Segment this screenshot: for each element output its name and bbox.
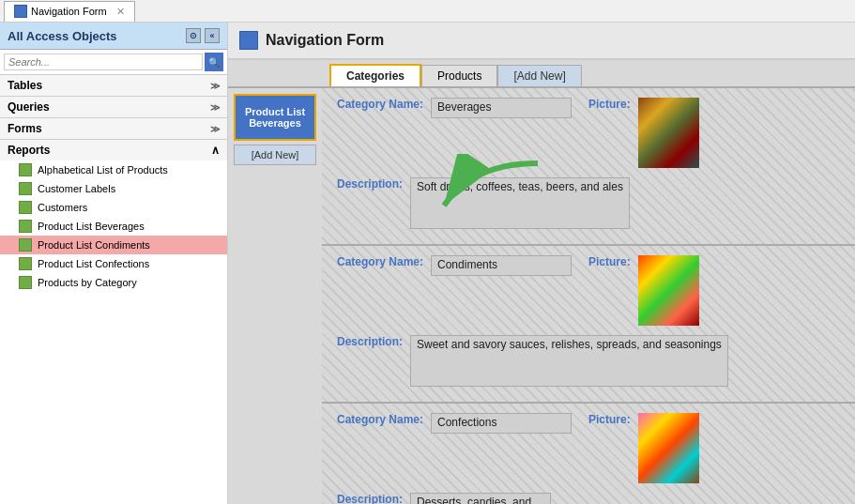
description-value-1: Soft drinks, coffees, teas, beers, and a…: [410, 177, 630, 229]
record-row-confections: Category Name: Confections Picture:: [322, 404, 855, 504]
report-icon-customers: [19, 201, 32, 214]
nav-form-icon: [239, 31, 258, 50]
category-name-value-1: Beverages: [431, 98, 572, 118]
nav-item-customer-labels-label: Customer Labels: [38, 183, 115, 194]
tables-section: Tables ≫: [0, 75, 227, 97]
report-icon-confections: [19, 257, 32, 270]
picture-label-1: Picture:: [588, 98, 631, 111]
record-field-description-2: Description: Sweet and savory sauces, re…: [337, 335, 840, 387]
report-icon-products-category: [19, 276, 32, 289]
reports-header[interactable]: Reports ∧: [0, 140, 227, 160]
picture-label-2: Picture:: [588, 255, 631, 268]
search-button[interactable]: 🔍: [205, 53, 223, 71]
reports-chevron: ∧: [211, 144, 220, 157]
description-label-3: Description:: [337, 493, 403, 504]
queries-section: Queries ≫: [0, 97, 227, 118]
forms-chevron: ≫: [210, 124, 220, 134]
right-panel: Navigation Form Categories Products [Add…: [228, 23, 855, 504]
category-name-label-2: Category Name:: [337, 255, 423, 268]
record-columns-confections: Category Name: Confections Picture:: [337, 413, 840, 504]
nav-item-customers-label: Customers: [38, 202, 87, 213]
nav-item-alphabetical-label: Alphabetical List of Products: [38, 164, 168, 176]
form-nav-panel: Product List Beverages [Add New]: [228, 88, 322, 504]
header-icons: ⊙ «: [186, 28, 220, 43]
picture-img-condiments: [638, 255, 699, 326]
nav-item-customers[interactable]: Customers: [0, 198, 227, 217]
search-toggle-icon[interactable]: ⊙: [186, 28, 201, 43]
queries-chevron: ≫: [210, 102, 220, 113]
title-tab-label: Navigation Form: [31, 6, 107, 17]
tables-label: Tables: [8, 79, 42, 92]
nav-item-product-list-beverages[interactable]: Product List Beverages: [0, 217, 227, 236]
picture-1: [638, 98, 699, 168]
picture-2: [638, 255, 699, 326]
nav-item-beverages-label: Product List Beverages: [38, 221, 145, 232]
record-field-category-name-1: Category Name: Beverages Picture:: [337, 98, 840, 168]
category-name-label-1: Category Name:: [337, 98, 423, 111]
form-nav-add-new[interactable]: [Add New]: [234, 145, 316, 165]
record-field-category-name-2: Category Name: Condiments Picture:: [337, 255, 840, 326]
workspace: Navigation Form Categories Products [Add…: [228, 23, 855, 504]
tab-close-icon[interactable]: ✕: [116, 6, 125, 18]
picture-label-3: Picture:: [588, 413, 631, 426]
search-bar: 🔍: [0, 50, 227, 75]
left-panel-header: All Access Objects ⊙ «: [0, 23, 227, 50]
record-row-condiments: Category Name: Condiments Picture:: [322, 246, 855, 404]
description-value-3: Desserts, candies, and: [410, 493, 551, 504]
nav-form-title: Navigation Form: [266, 32, 384, 49]
category-name-label-3: Category Name:: [337, 413, 423, 426]
forms-section: Forms ≫: [0, 118, 227, 140]
description-label-1: Description:: [337, 177, 403, 191]
title-bar: Navigation Form ✕: [0, 0, 855, 23]
tables-header[interactable]: Tables ≫: [0, 75, 227, 96]
report-icon-beverages: [19, 220, 32, 233]
record-columns-beverages: Category Name: Beverages Picture:: [337, 98, 840, 235]
queries-label: Queries: [8, 100, 50, 114]
tab-products[interactable]: Products: [421, 65, 497, 86]
tab-form-icon: [14, 5, 27, 18]
report-icon-alphabetical: [19, 163, 32, 176]
picture-3: [638, 413, 699, 483]
tab-add-new[interactable]: [Add New]: [497, 65, 581, 86]
collapse-icon[interactable]: «: [205, 28, 220, 43]
reports-section: Reports ∧ Alphabetical List of Products …: [0, 140, 227, 292]
title-tab-navigation-form[interactable]: Navigation Form ✕: [4, 1, 135, 22]
record-row-beverages: Category Name: Beverages Picture:: [322, 88, 855, 246]
nav-item-alphabetical[interactable]: Alphabetical List of Products: [0, 160, 227, 179]
description-value-2: Sweet and savory sauces, relishes, sprea…: [410, 335, 728, 387]
forms-label: Forms: [8, 122, 42, 135]
nav-item-product-list-confections[interactable]: Product List Confections: [0, 254, 227, 273]
form-nav-btn-beverages[interactable]: Product List Beverages: [234, 94, 316, 141]
picture-img-confections: [638, 413, 699, 483]
content-area: Product List Beverages [Add New] Categor…: [228, 88, 855, 504]
reports-label: Reports: [8, 144, 50, 157]
report-icon-condiments: [19, 238, 32, 252]
nav-item-products-by-category[interactable]: Products by Category: [0, 273, 227, 292]
nav-item-confections-label: Product List Confections: [38, 258, 149, 269]
record-field-description-1: Description: Soft drinks, coffees, teas,…: [337, 177, 840, 229]
main-layout: All Access Objects ⊙ « 🔍 Tables ≫ Querie…: [0, 23, 855, 504]
all-access-objects-label: All Access Objects: [8, 29, 117, 43]
queries-header[interactable]: Queries ≫: [0, 97, 227, 117]
category-name-value-3: Confections: [431, 413, 572, 434]
picture-img-beverages: [638, 98, 699, 168]
report-icon-customer-labels: [19, 182, 32, 195]
nav-item-condiments-label: Product List Condiments: [38, 239, 150, 251]
nav-item-product-list-condiments[interactable]: Product List Condiments: [0, 236, 227, 254]
record-field-category-name-3: Category Name: Confections Picture:: [337, 413, 840, 483]
records-area: Category Name: Beverages Picture:: [322, 88, 855, 504]
tab-categories[interactable]: Categories: [329, 64, 421, 86]
record-columns-condiments: Category Name: Condiments Picture:: [337, 255, 840, 392]
search-input[interactable]: [4, 53, 203, 70]
tab-row: Categories Products [Add New]: [228, 60, 855, 88]
nav-item-customer-labels[interactable]: Customer Labels: [0, 179, 227, 198]
record-field-description-3: Description: Desserts, candies, and: [337, 493, 840, 504]
nav-item-products-category-label: Products by Category: [38, 277, 137, 288]
tables-chevron: ≫: [210, 81, 220, 91]
description-label-2: Description:: [337, 335, 403, 348]
forms-header[interactable]: Forms ≫: [0, 118, 227, 139]
nav-form-header: Navigation Form: [228, 23, 855, 60]
category-name-value-2: Condiments: [431, 255, 572, 276]
left-panel: All Access Objects ⊙ « 🔍 Tables ≫ Querie…: [0, 23, 228, 504]
